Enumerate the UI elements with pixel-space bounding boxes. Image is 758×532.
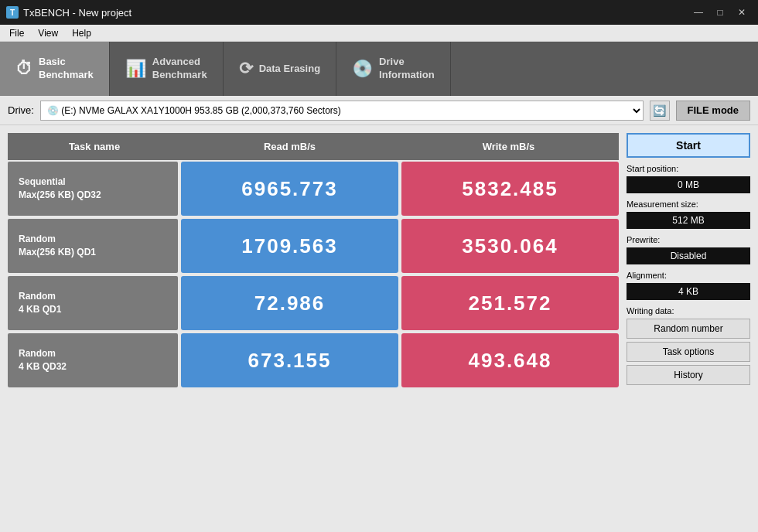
app-icon: T bbox=[6, 6, 19, 19]
bench-row-1: RandomMax(256 KB) QD1 1709.563 3530.064 bbox=[8, 219, 619, 273]
write-value-2: 251.572 bbox=[401, 276, 619, 330]
tab-data-erasing[interactable]: ⟳ Data Erasing bbox=[224, 42, 336, 96]
bench-row-0: SequentialMax(256 KB) QD32 6965.773 5832… bbox=[8, 162, 619, 216]
menu-view[interactable]: View bbox=[32, 26, 64, 40]
measurement-size-value: 512 MB bbox=[627, 212, 750, 229]
file-mode-button[interactable]: FILE mode bbox=[676, 101, 750, 121]
writing-data-button[interactable]: Random number bbox=[627, 319, 750, 339]
prewrite-label: Prewrite: bbox=[627, 235, 750, 244]
task-options-button[interactable]: Task options bbox=[627, 342, 750, 362]
prewrite-value: Disabled bbox=[627, 247, 750, 264]
task-name-0: SequentialMax(256 KB) QD32 bbox=[8, 162, 178, 216]
drive-refresh-button[interactable]: 🔄 bbox=[650, 101, 670, 121]
writing-data-label: Writing data: bbox=[627, 306, 750, 315]
measurement-size-label: Measurement size: bbox=[627, 200, 750, 209]
header-write: Write mB/s bbox=[400, 135, 617, 159]
basic-benchmark-icon: ⏱ bbox=[15, 59, 32, 79]
task-name-2: Random4 KB QD1 bbox=[8, 276, 178, 330]
alignment-label: Alignment: bbox=[627, 271, 750, 280]
maximize-button[interactable]: □ bbox=[710, 4, 730, 21]
bench-row-3: Random4 KB QD32 673.155 493.648 bbox=[8, 333, 619, 387]
data-erasing-icon: ⟳ bbox=[239, 59, 253, 79]
basic-benchmark-label: BasicBenchmark bbox=[39, 56, 94, 82]
menu-file[interactable]: File bbox=[3, 26, 30, 40]
main-content: Task name Read mB/s Write mB/s Sequentia… bbox=[0, 125, 758, 532]
title-bar-left: T TxBENCH - New project bbox=[6, 6, 131, 19]
task-name-3: Random4 KB QD32 bbox=[8, 333, 178, 387]
bench-header: Task name Read mB/s Write mB/s bbox=[8, 133, 619, 160]
menu-help[interactable]: Help bbox=[66, 26, 97, 40]
bench-row-2: Random4 KB QD1 72.986 251.572 bbox=[8, 276, 619, 330]
task-name-1: RandomMax(256 KB) QD1 bbox=[8, 219, 178, 273]
app-title: TxBENCH - New project bbox=[23, 7, 131, 19]
drive-label: Drive: bbox=[8, 104, 34, 116]
drive-information-label: DriveInformation bbox=[379, 56, 435, 82]
alignment-value: 4 KB bbox=[627, 283, 750, 300]
advanced-benchmark-label: AdvancedBenchmark bbox=[152, 56, 207, 82]
tab-basic-benchmark[interactable]: ⏱ BasicBenchmark bbox=[0, 42, 110, 96]
drive-bar: Drive: 💿 (E:) NVMe GALAX XA1Y1000H 953.8… bbox=[0, 96, 758, 125]
tab-drive-information[interactable]: 💿 DriveInformation bbox=[336, 42, 451, 96]
read-value-3: 673.155 bbox=[181, 333, 398, 387]
read-value-0: 6965.773 bbox=[181, 162, 398, 216]
start-button[interactable]: Start bbox=[627, 133, 750, 158]
write-value-0: 5832.485 bbox=[401, 162, 619, 216]
history-button[interactable]: History bbox=[627, 365, 750, 385]
menu-bar: File View Help bbox=[0, 25, 758, 42]
close-button[interactable]: ✕ bbox=[732, 4, 752, 21]
title-bar: T TxBENCH - New project — □ ✕ bbox=[0, 0, 758, 25]
drive-information-icon: 💿 bbox=[352, 59, 373, 79]
data-erasing-label: Data Erasing bbox=[259, 63, 320, 76]
benchmark-area: Task name Read mB/s Write mB/s Sequentia… bbox=[8, 133, 619, 530]
advanced-benchmark-icon: 📊 bbox=[125, 59, 146, 79]
drive-select[interactable]: 💿 (E:) NVMe GALAX XA1Y1000H 953.85 GB (2… bbox=[40, 101, 644, 121]
tab-advanced-benchmark[interactable]: 📊 AdvancedBenchmark bbox=[110, 42, 224, 96]
read-value-1: 1709.563 bbox=[181, 219, 398, 273]
right-panel: Start Start position: 0 MB Measurement s… bbox=[627, 133, 750, 530]
write-value-3: 493.648 bbox=[401, 333, 619, 387]
start-position-value: 0 MB bbox=[627, 176, 750, 193]
tab-bar: ⏱ BasicBenchmark 📊 AdvancedBenchmark ⟳ D… bbox=[0, 42, 758, 96]
title-bar-controls: — □ ✕ bbox=[688, 4, 752, 21]
minimize-button[interactable]: — bbox=[688, 4, 708, 21]
header-read: Read mB/s bbox=[181, 135, 398, 159]
header-task-name: Task name bbox=[9, 135, 179, 159]
write-value-1: 3530.064 bbox=[401, 219, 619, 273]
start-position-label: Start position: bbox=[627, 164, 750, 173]
read-value-2: 72.986 bbox=[181, 276, 398, 330]
